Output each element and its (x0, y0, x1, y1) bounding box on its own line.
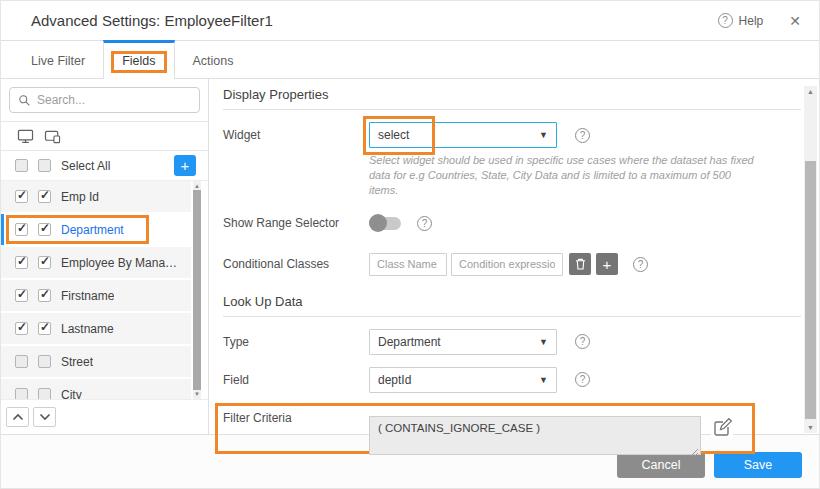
add-class-button[interactable]: + (596, 253, 618, 275)
field-row-employee-by-mana[interactable]: Employee By Mana… (1, 247, 191, 278)
select-all-web-checkbox[interactable] (15, 159, 28, 172)
tab-label: Actions (193, 54, 234, 68)
tab-live-filter[interactable]: Live Filter (13, 40, 103, 78)
mobile-checkbox[interactable] (38, 223, 51, 236)
look-up-data-heading: Look Up Data (223, 294, 801, 317)
web-checkbox[interactable] (15, 355, 28, 368)
scroll-up-icon[interactable]: ▲ (804, 88, 817, 95)
field-row-lastname[interactable]: Lastname (1, 313, 191, 344)
select-all-mobile-checkbox[interactable] (38, 159, 51, 172)
field-row-firstname[interactable]: Firstname (1, 280, 191, 311)
web-checkbox[interactable] (15, 223, 28, 236)
type-help-icon[interactable]: ? (575, 334, 590, 349)
widget-select-value: select (378, 128, 539, 142)
search-icon (18, 94, 31, 107)
web-checkbox[interactable] (15, 190, 28, 203)
chevron-up-icon (12, 413, 24, 421)
field-name-label: Lastname (61, 322, 114, 336)
device-toolbar (1, 121, 208, 151)
select-all-row: Select All + (1, 151, 208, 181)
properties-panel: Display Properties Widget select ▼ ? Sel… (209, 79, 819, 434)
filter-criteria-label: Filter Criteria (223, 411, 369, 459)
chevron-down-icon (39, 413, 51, 421)
field-list: Emp IdDepartmentEmployee By Mana…Firstna… (1, 181, 208, 407)
select-all-label: Select All (61, 159, 174, 173)
show-range-selector-toggle[interactable] (369, 217, 401, 230)
help-label: Help (739, 14, 764, 28)
dialog-title: Advanced Settings: EmployeeFilter1 (31, 12, 718, 29)
widget-select[interactable]: select ▼ (369, 122, 557, 148)
field-help-icon[interactable]: ? (575, 372, 590, 387)
scrollbar-thumb[interactable] (805, 161, 816, 419)
move-up-button[interactable] (6, 407, 29, 427)
field-label: Field (223, 367, 369, 393)
field-name-label: Firstname (61, 289, 114, 303)
toggle-knob (369, 214, 387, 232)
field-search (9, 87, 200, 113)
web-checkbox[interactable] (15, 322, 28, 335)
field-select-value: deptId (378, 373, 539, 387)
sidebar-scrollbar[interactable]: ▲ ▼ (193, 181, 201, 399)
field-select[interactable]: deptId ▼ (369, 367, 557, 393)
mobile-checkbox[interactable] (38, 322, 51, 335)
mobile-checkbox[interactable] (38, 190, 51, 203)
edit-filter-criteria-button[interactable] (711, 416, 733, 438)
question-circle-icon: ? (718, 13, 733, 28)
field-row-emp-id[interactable]: Emp Id (1, 181, 191, 212)
main-scrollbar[interactable]: ▲ ▼ (804, 86, 817, 433)
add-field-button[interactable]: + (174, 155, 196, 176)
help-button[interactable]: ? Help (718, 13, 764, 28)
tab-actions[interactable]: Actions (175, 40, 252, 78)
field-row-department[interactable]: Department (1, 214, 191, 245)
condition-expression-input[interactable] (451, 253, 563, 276)
trash-icon (575, 258, 586, 270)
search-input[interactable] (37, 93, 187, 107)
scroll-up-icon[interactable]: ▲ (193, 182, 201, 190)
widget-help-icon[interactable]: ? (575, 128, 590, 143)
tab-label: Fields (122, 54, 155, 68)
tab-bar: Live Filter Fields Actions (1, 41, 819, 79)
mobile-checkbox[interactable] (38, 289, 51, 302)
web-checkbox[interactable] (15, 256, 28, 269)
class-name-input[interactable] (369, 253, 447, 276)
advanced-settings-dialog: Advanced Settings: EmployeeFilter1 ? Hel… (0, 0, 820, 489)
filter-criteria-textarea[interactable]: ( CONTAINS_IGNORE_CASE ) (369, 416, 701, 455)
tablet-mobile-icon[interactable] (44, 129, 62, 144)
scroll-down-icon[interactable]: ▼ (804, 424, 817, 431)
dropdown-arrow-icon: ▼ (539, 130, 548, 140)
delete-class-button[interactable] (569, 253, 591, 275)
show-range-selector-label: Show Range Selector (223, 214, 369, 233)
dropdown-arrow-icon: ▼ (539, 337, 548, 347)
desktop-icon[interactable] (17, 129, 34, 144)
conditional-classes-help-icon[interactable]: ? (633, 257, 648, 272)
scroll-down-icon[interactable]: ▼ (193, 390, 201, 398)
edit-pencil-icon (712, 416, 733, 437)
dropdown-arrow-icon: ▼ (539, 375, 548, 385)
type-select[interactable]: Department ▼ (369, 329, 557, 355)
fields-sidebar: Select All + Emp IdDepartmentEmployee By… (1, 79, 209, 434)
conditional-classes-label: Conditional Classes (223, 253, 369, 276)
widget-hint-text: Select widget should be used in specific… (369, 153, 759, 198)
web-checkbox[interactable] (15, 289, 28, 302)
type-select-value: Department (378, 335, 539, 349)
display-properties-heading: Display Properties (223, 87, 801, 110)
widget-label: Widget (223, 122, 369, 148)
close-icon[interactable]: ✕ (785, 11, 805, 31)
type-label: Type (223, 329, 369, 355)
mobile-checkbox[interactable] (38, 355, 51, 368)
scrollbar-thumb[interactable] (193, 190, 201, 390)
show-range-help-icon[interactable]: ? (417, 216, 432, 231)
tab-label: Live Filter (31, 54, 85, 68)
field-name-label: Street (61, 355, 93, 369)
tab-fields[interactable]: Fields (103, 40, 174, 79)
field-name-label: Employee By Mana… (61, 256, 177, 270)
dialog-header: Advanced Settings: EmployeeFilter1 ? Hel… (1, 1, 819, 41)
move-down-button[interactable] (33, 407, 56, 427)
field-name-label: Emp Id (61, 190, 99, 204)
field-row-street[interactable]: Street (1, 346, 191, 377)
field-name-label: Department (61, 223, 124, 237)
field-reorder-toolbar (1, 399, 208, 434)
mobile-checkbox[interactable] (38, 256, 51, 269)
